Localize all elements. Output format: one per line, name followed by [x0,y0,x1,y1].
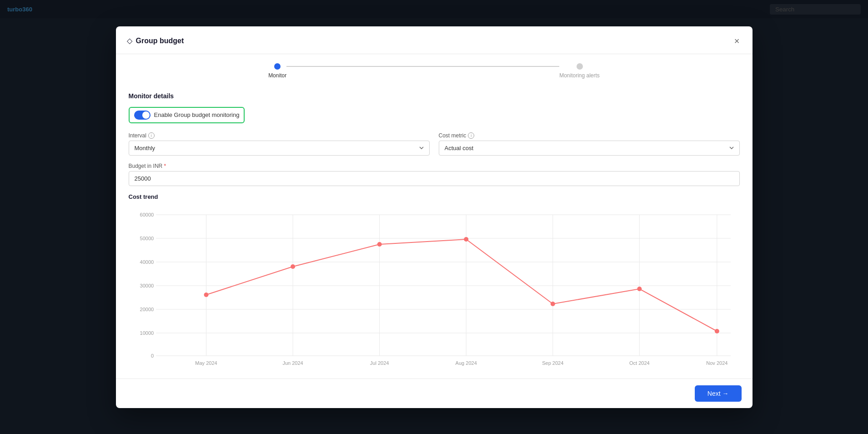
modal-footer: Next → [116,378,753,408]
budget-input-group: Budget in INR * [129,163,740,186]
budget-label: Budget in INR * [129,163,740,169]
step-circle-monitor [274,63,281,70]
cost-trend-chart: 60000 50000 40000 30000 20000 10000 0 [129,206,740,369]
modal-body: Monitor details Enable Group budget moni… [116,83,753,378]
toggle-switch [134,111,151,120]
chart-point-oct [637,287,642,291]
enable-monitoring-toggle[interactable]: Enable Group budget monitoring [129,107,245,123]
interval-select[interactable]: Monthly Quarterly Annually [129,141,430,156]
chart-section: Cost trend 60000 [129,193,740,369]
close-button[interactable]: × [733,35,742,47]
chart-point-jul [377,242,381,247]
step-circle-alerts [577,63,583,70]
section-title: Monitor details [129,92,740,100]
svg-text:Jul 2024: Jul 2024 [370,360,389,366]
chart-container: 60000 50000 40000 30000 20000 10000 0 [129,206,740,369]
form-row-interval-metric: Interval i Monthly Quarterly Annually Co… [129,132,740,156]
svg-text:Oct 2024: Oct 2024 [629,360,649,366]
chart-title: Cost trend [129,193,740,200]
interval-label: Interval i [129,132,430,139]
step-label-alerts: Monitoring alerts [559,72,600,79]
cost-metric-select[interactable]: Actual cost Amortized cost [439,141,740,156]
budget-icon: ◇ [127,36,132,45]
interval-info-icon[interactable]: i [148,132,155,139]
step-connector [286,66,559,67]
chart-point-aug [464,237,468,242]
modal-dialog: ◇ Group budget × Monitor Monitoring aler… [116,26,753,408]
form-group-interval: Interval i Monthly Quarterly Annually [129,132,430,156]
toggle-label: Enable Group budget monitoring [154,111,240,118]
modal-overlay: ◇ Group budget × Monitor Monitoring aler… [0,0,868,434]
svg-text:40000: 40000 [140,259,154,265]
cost-metric-info-icon[interactable]: i [468,132,474,139]
svg-text:0: 0 [151,353,154,358]
svg-text:60000: 60000 [140,212,154,217]
modal-title: Group budget [136,37,184,45]
chart-point-jun [291,264,295,269]
modal-title-group: ◇ Group budget [127,36,184,45]
chart-point-sep [550,302,555,306]
svg-text:Jun 2024: Jun 2024 [282,360,303,366]
form-group-cost-metric: Cost metric i Actual cost Amortized cost [439,132,740,156]
stepper: Monitor Monitoring alerts [116,54,753,83]
budget-input[interactable] [129,171,740,186]
cost-metric-label: Cost metric i [439,132,740,139]
step-alerts: Monitoring alerts [559,63,600,79]
svg-text:50000: 50000 [140,236,154,241]
budget-required-indicator: * [164,163,166,169]
svg-text:May 2024: May 2024 [195,360,217,366]
svg-text:Nov 2024: Nov 2024 [706,360,728,366]
svg-text:Aug 2024: Aug 2024 [455,360,477,366]
chart-point-nov [714,329,719,333]
next-button[interactable]: Next → [695,385,742,402]
svg-text:10000: 10000 [140,330,154,336]
svg-text:20000: 20000 [140,307,154,312]
step-monitor: Monitor [268,63,286,79]
svg-text:Sep 2024: Sep 2024 [542,360,563,366]
chart-point-may [204,293,208,297]
modal-header: ◇ Group budget × [116,26,753,54]
toggle-thumb [142,111,150,119]
svg-text:30000: 30000 [140,283,154,288]
step-label-monitor: Monitor [268,72,286,79]
